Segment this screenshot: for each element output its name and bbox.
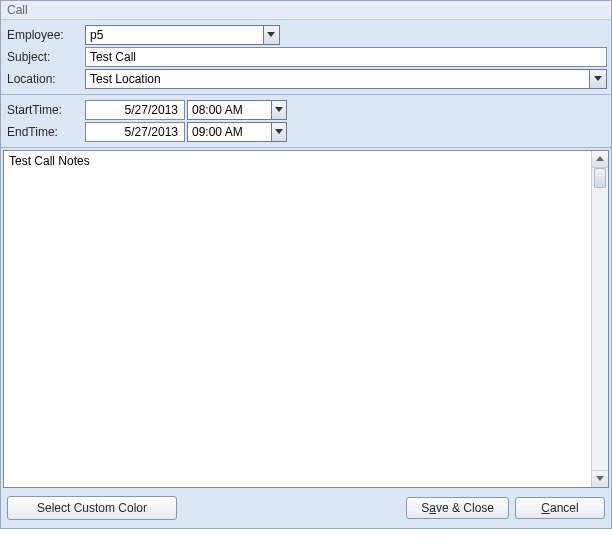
- chevron-down-icon: [275, 107, 283, 113]
- time-section: StartTime: EndTime:: [1, 95, 611, 148]
- employee-dropdown-button[interactable]: [263, 26, 279, 44]
- subject-row: Subject:: [5, 47, 607, 67]
- select-custom-color-button[interactable]: Select Custom Color: [7, 496, 177, 520]
- cancel-button[interactable]: Cancel: [515, 497, 605, 519]
- location-label: Location:: [5, 72, 85, 86]
- notes-area: [3, 150, 609, 488]
- employee-row: Employee:: [5, 25, 607, 45]
- subject-input[interactable]: [85, 47, 607, 67]
- subject-label: Subject:: [5, 50, 85, 64]
- chevron-down-icon: [267, 32, 275, 38]
- scroll-thumb[interactable]: [594, 168, 606, 188]
- location-combo[interactable]: [85, 69, 607, 89]
- start-time-dropdown-button[interactable]: [271, 101, 286, 119]
- starttime-row: StartTime:: [5, 100, 607, 120]
- chevron-down-icon: [596, 476, 604, 482]
- location-row: Location:: [5, 69, 607, 89]
- end-time-dropdown-button[interactable]: [271, 123, 286, 141]
- save-close-button[interactable]: Save & Close: [406, 497, 509, 519]
- employee-combo[interactable]: [85, 25, 280, 45]
- chevron-down-icon: [275, 129, 283, 135]
- call-dialog: Call Employee: Subject: Location:: [0, 0, 612, 529]
- end-time-combo[interactable]: [187, 122, 287, 142]
- endtime-label: EndTime:: [5, 125, 85, 139]
- scroll-down-button[interactable]: [592, 470, 608, 487]
- end-date-input[interactable]: [85, 122, 185, 142]
- scroll-track[interactable]: [592, 168, 608, 470]
- end-time-input[interactable]: [188, 123, 271, 141]
- employee-label: Employee:: [5, 28, 85, 42]
- location-input[interactable]: [86, 70, 589, 88]
- starttime-label: StartTime:: [5, 103, 85, 117]
- chevron-down-icon: [594, 76, 602, 82]
- header-section: Employee: Subject: Location:: [1, 20, 611, 95]
- employee-input[interactable]: [86, 26, 263, 44]
- notes-scrollbar[interactable]: [591, 151, 608, 487]
- window-title: Call: [1, 1, 611, 20]
- notes-textarea[interactable]: [4, 151, 591, 487]
- scroll-up-button[interactable]: [592, 151, 608, 168]
- start-date-input[interactable]: [85, 100, 185, 120]
- location-dropdown-button[interactable]: [589, 70, 606, 88]
- start-time-combo[interactable]: [187, 100, 287, 120]
- endtime-row: EndTime:: [5, 122, 607, 142]
- start-time-input[interactable]: [188, 101, 271, 119]
- footer: Select Custom Color Save & Close Cancel: [1, 490, 611, 528]
- chevron-up-icon: [596, 156, 604, 162]
